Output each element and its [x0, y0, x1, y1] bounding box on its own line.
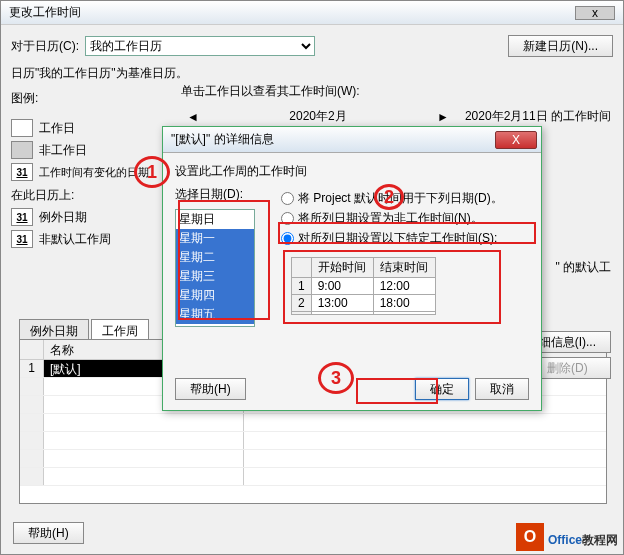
calendar-select[interactable]: 我的工作日历 [85, 36, 315, 56]
new-calendar-button[interactable]: 新建日历(N)... [508, 35, 613, 57]
exception-swatch: 31 [11, 208, 33, 226]
radio-nonworking[interactable] [281, 212, 294, 225]
grid-row-num: 1 [20, 360, 44, 377]
calendar-month: 2020年2月 [205, 108, 431, 125]
main-close-button[interactable]: x [575, 6, 615, 20]
changed-swatch: 31 [11, 163, 33, 181]
modal-ok-button[interactable]: 确定 [415, 378, 469, 400]
day-monday[interactable]: 星期一 [176, 229, 254, 248]
watermark-icon: O [516, 523, 544, 551]
watermark-text: Office教程网 [548, 526, 618, 549]
time-table: 开始时间 结束时间 1 9:00 12:00 2 13:00 18:00 [291, 257, 436, 315]
nonworkday-label: 非工作日 [39, 142, 87, 159]
radio-specific-time[interactable] [281, 232, 294, 245]
day-tuesday[interactable]: 星期二 [176, 248, 254, 267]
next-month-arrow[interactable]: ► [431, 110, 455, 124]
day-friday[interactable]: 星期五 [176, 305, 254, 324]
start-time-header: 开始时间 [311, 258, 373, 278]
main-help-button[interactable]: 帮助(H) [13, 522, 84, 544]
end-time-header: 结束时间 [373, 258, 435, 278]
modal-help-button[interactable]: 帮助(H) [175, 378, 246, 400]
start-time-1[interactable]: 9:00 [311, 278, 373, 295]
modal-titlebar: "[默认]" 的详细信息 X [163, 127, 541, 153]
workday-label: 工作日 [39, 120, 75, 137]
main-title: 更改工作时间 [9, 4, 81, 21]
day-saturday[interactable]: 星期六 [176, 324, 254, 327]
day-sunday[interactable]: 星期日 [176, 210, 254, 229]
radio-specific-time-label: 对所列日期设置以下特定工作时间(S): [298, 230, 497, 247]
time-row[interactable]: 1 9:00 12:00 [292, 278, 436, 295]
day-wednesday[interactable]: 星期三 [176, 267, 254, 286]
detail-dialog: "[默认]" 的详细信息 X 设置此工作周的工作时间 选择日期(D): 星期日 … [162, 126, 542, 411]
exception-label: 例外日期 [39, 209, 87, 226]
day-list[interactable]: 星期日 星期一 星期二 星期三 星期四 星期五 星期六 [175, 209, 255, 327]
prev-month-arrow[interactable]: ◄ [181, 110, 205, 124]
end-time-2[interactable]: 18:00 [373, 295, 435, 312]
calendar-instruction: 单击工作日以查看其工作时间(W): [181, 83, 611, 100]
modal-set-label: 设置此工作周的工作时间 [175, 163, 529, 180]
grid-header-num [20, 340, 44, 359]
changed-label: 工作时间有变化的日期 [39, 165, 149, 180]
start-time-2[interactable]: 13:00 [311, 295, 373, 312]
right-side-fragment: " 的默认工 [555, 259, 611, 276]
radio-default-time-label: 将 Project 默认时间用于下列日期(D)。 [298, 190, 503, 207]
main-titlebar: 更改工作时间 x [1, 1, 623, 25]
legend-box: 工作日 非工作日 31 工作时间有变化的日期 在此日历上: 31 例外日期 31… [11, 111, 156, 256]
modal-title: "[默认]" 的详细信息 [171, 131, 274, 148]
base-calendar-text: 日历"我的工作日历"为基准日历。 [11, 65, 188, 82]
end-time-1[interactable]: 12:00 [373, 278, 435, 295]
nondefault-label: 非默认工作周 [39, 231, 111, 248]
date-detail-label: 2020年2月11日 的工作时间 [465, 108, 611, 125]
nondefault-swatch: 31 [11, 230, 33, 248]
calendar-section: 单击工作日以查看其工作时间(W): ◄ 2020年2月 ► 2020年2月11日… [181, 83, 611, 125]
day-thursday[interactable]: 星期四 [176, 286, 254, 305]
on-this-calendar-label: 在此日历上: [11, 187, 156, 204]
radio-nonworking-label: 将所列日期设置为非工作时间(N)。 [298, 210, 483, 227]
for-calendar-label: 对于日历(C): [11, 38, 79, 55]
modal-cancel-button[interactable]: 取消 [475, 378, 529, 400]
time-row[interactable]: 2 13:00 18:00 [292, 295, 436, 312]
watermark: O Office教程网 [516, 523, 618, 551]
workday-swatch [11, 119, 33, 137]
radio-default-time[interactable] [281, 192, 294, 205]
modal-close-button[interactable]: X [495, 131, 537, 149]
nonworkday-swatch [11, 141, 33, 159]
